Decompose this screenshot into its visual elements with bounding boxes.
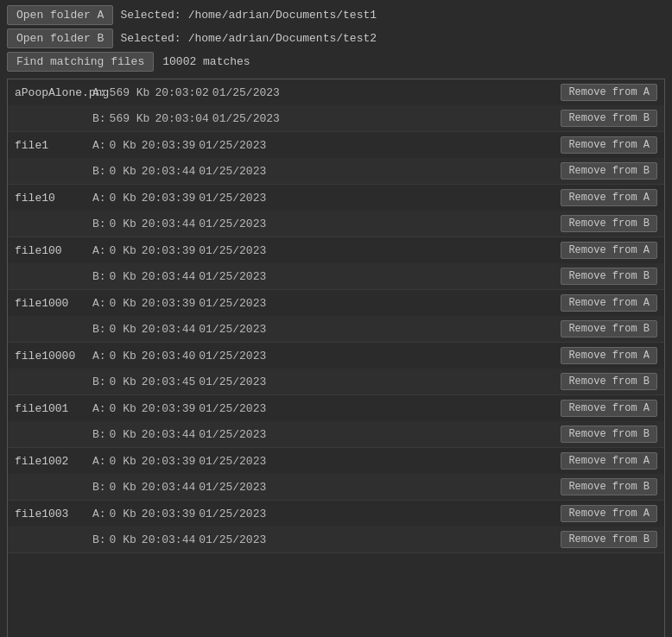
open-folder-b-button[interactable]: Open folder B <box>7 28 113 48</box>
file-a-time: 20:03:39 <box>142 297 195 310</box>
file-a-size: 0 Kb <box>110 297 136 310</box>
file-group: file100 A: 0 Kb 20:03:39 01/25/2023 Remo… <box>8 237 664 290</box>
file-b-label: B: <box>92 481 106 494</box>
folder-b-row: Open folder B Selected: /home/adrian/Doc… <box>7 28 665 48</box>
remove-from-b-button[interactable]: Remove from B <box>561 426 657 443</box>
file-row-a: file1003 A: 0 Kb 20:03:39 01/25/2023 Rem… <box>8 501 664 527</box>
file-a-date: 01/25/2023 <box>199 350 266 363</box>
file-group: aPoopAlone.png A: 569 Kb 20:03:02 01/25/… <box>8 79 664 132</box>
file-b-time: 20:03:04 <box>155 112 208 125</box>
file-a-label: A: <box>92 455 106 468</box>
file-a-label: A: <box>92 244 106 257</box>
find-matching-button[interactable]: Find matching files <box>7 52 154 72</box>
file-name: file1000 <box>15 297 92 310</box>
file-a-time: 20:03:39 <box>142 508 195 520</box>
file-group: file10000 A: 0 Kb 20:03:40 01/25/2023 Re… <box>8 343 664 395</box>
file-row-b: file1003 B: 0 Kb 20:03:44 01/25/2023 Rem… <box>8 527 664 552</box>
file-b-date: 01/25/2023 <box>199 533 266 546</box>
remove-from-a-button[interactable]: Remove from A <box>561 242 657 259</box>
file-row-b: file1000 B: 0 Kb 20:03:44 01/25/2023 Rem… <box>8 316 664 342</box>
file-row-b: file1002 B: 0 Kb 20:03:44 01/25/2023 Rem… <box>8 474 664 500</box>
file-a-date: 01/25/2023 <box>199 402 266 415</box>
file-b-size: 0 Kb <box>110 323 136 336</box>
file-name: aPoopAlone.png <box>15 86 92 99</box>
file-a-date: 01/25/2023 <box>199 508 266 520</box>
file-row-a: file1002 A: 0 Kb 20:03:39 01/25/2023 Rem… <box>8 448 664 474</box>
open-folder-a-button[interactable]: Open folder A <box>7 5 113 25</box>
matches-count: 10002 matches <box>162 55 250 68</box>
file-b-size: 0 Kb <box>110 375 136 388</box>
file-a-time: 20:03:39 <box>142 244 195 257</box>
remove-from-b-button[interactable]: Remove from B <box>561 478 657 495</box>
file-list: aPoopAlone.png A: 569 Kb 20:03:02 01/25/… <box>7 79 665 637</box>
selected-a-label: Selected: <box>120 9 181 22</box>
file-a-date: 01/25/2023 <box>199 139 266 152</box>
file-a-size: 569 Kb <box>110 86 150 99</box>
file-row-a: file1000 A: 0 Kb 20:03:39 01/25/2023 Rem… <box>8 290 664 316</box>
file-b-date: 01/25/2023 <box>199 270 266 283</box>
remove-from-a-button[interactable]: Remove from A <box>561 294 657 312</box>
remove-from-a-button[interactable]: Remove from A <box>561 400 657 417</box>
file-a-date: 01/25/2023 <box>212 86 280 99</box>
file-a-label: A: <box>92 86 106 99</box>
remove-from-b-button[interactable]: Remove from B <box>561 268 657 285</box>
file-name: file10000 <box>15 350 92 363</box>
file-group: file1000 A: 0 Kb 20:03:39 01/25/2023 Rem… <box>8 290 664 343</box>
remove-from-b-button[interactable]: Remove from B <box>561 320 657 337</box>
remove-from-b-button[interactable]: Remove from B <box>561 531 657 548</box>
file-group: file1001 A: 0 Kb 20:03:39 01/25/2023 Rem… <box>8 395 664 448</box>
file-b-size: 0 Kb <box>110 218 136 230</box>
file-a-size: 0 Kb <box>110 139 136 152</box>
file-b-label: B: <box>92 323 106 336</box>
file-a-size: 0 Kb <box>110 402 136 415</box>
remove-from-a-button[interactable]: Remove from A <box>561 84 657 101</box>
file-group: file1002 A: 0 Kb 20:03:39 01/25/2023 Rem… <box>8 448 664 501</box>
file-row-b: file10 B: 0 Kb 20:03:44 01/25/2023 Remov… <box>8 211 664 237</box>
file-b-size: 0 Kb <box>110 270 136 283</box>
file-row-b: file100 B: 0 Kb 20:03:44 01/25/2023 Remo… <box>8 263 664 289</box>
file-a-time: 20:03:39 <box>142 402 195 415</box>
file-b-time: 20:03:44 <box>142 218 195 230</box>
remove-from-b-button[interactable]: Remove from B <box>561 110 657 127</box>
file-row-a: file100 A: 0 Kb 20:03:39 01/25/2023 Remo… <box>8 237 664 263</box>
remove-from-a-button[interactable]: Remove from A <box>561 505 657 522</box>
file-a-label: A: <box>92 350 106 363</box>
file-b-time: 20:03:44 <box>142 270 195 283</box>
file-group: file10 A: 0 Kb 20:03:39 01/25/2023 Remov… <box>8 185 664 237</box>
folder-a-row: Open folder A Selected: /home/adrian/Doc… <box>7 5 665 25</box>
file-name: file10 <box>15 192 92 205</box>
file-a-label: A: <box>92 402 106 415</box>
file-row-b: file10000 B: 0 Kb 20:03:45 01/25/2023 Re… <box>8 369 664 394</box>
file-name: file1002 <box>15 455 92 468</box>
file-b-time: 20:03:44 <box>142 481 195 494</box>
file-a-date: 01/25/2023 <box>199 455 266 468</box>
file-b-label: B: <box>92 375 106 388</box>
file-b-time: 20:03:45 <box>142 375 195 388</box>
file-b-time: 20:03:44 <box>142 323 195 336</box>
remove-from-a-button[interactable]: Remove from A <box>561 136 657 154</box>
file-row-a: aPoopAlone.png A: 569 Kb 20:03:02 01/25/… <box>8 79 664 105</box>
file-a-size: 0 Kb <box>110 455 136 468</box>
file-group: file1003 A: 0 Kb 20:03:39 01/25/2023 Rem… <box>8 501 664 553</box>
file-a-label: A: <box>92 297 106 310</box>
file-b-date: 01/25/2023 <box>199 323 266 336</box>
selected-b-label: Selected: <box>120 32 181 45</box>
file-a-label: A: <box>92 508 106 520</box>
file-b-size: 569 Kb <box>110 112 150 125</box>
file-b-label: B: <box>92 165 106 178</box>
remove-from-b-button[interactable]: Remove from B <box>561 215 657 232</box>
remove-from-b-button[interactable]: Remove from B <box>561 162 657 180</box>
remove-from-a-button[interactable]: Remove from A <box>561 189 657 206</box>
file-row-a: file1 A: 0 Kb 20:03:39 01/25/2023 Remove… <box>8 132 664 158</box>
file-b-size: 0 Kb <box>110 533 136 546</box>
file-b-time: 20:03:44 <box>142 533 195 546</box>
file-b-label: B: <box>92 428 106 441</box>
file-b-size: 0 Kb <box>110 165 136 178</box>
find-row: Find matching files 10002 matches <box>7 52 665 72</box>
file-b-date: 01/25/2023 <box>199 481 266 494</box>
file-a-size: 0 Kb <box>110 192 136 205</box>
file-a-size: 0 Kb <box>110 508 136 520</box>
remove-from-b-button[interactable]: Remove from B <box>561 373 657 390</box>
remove-from-a-button[interactable]: Remove from A <box>561 452 657 470</box>
remove-from-a-button[interactable]: Remove from A <box>561 347 657 364</box>
